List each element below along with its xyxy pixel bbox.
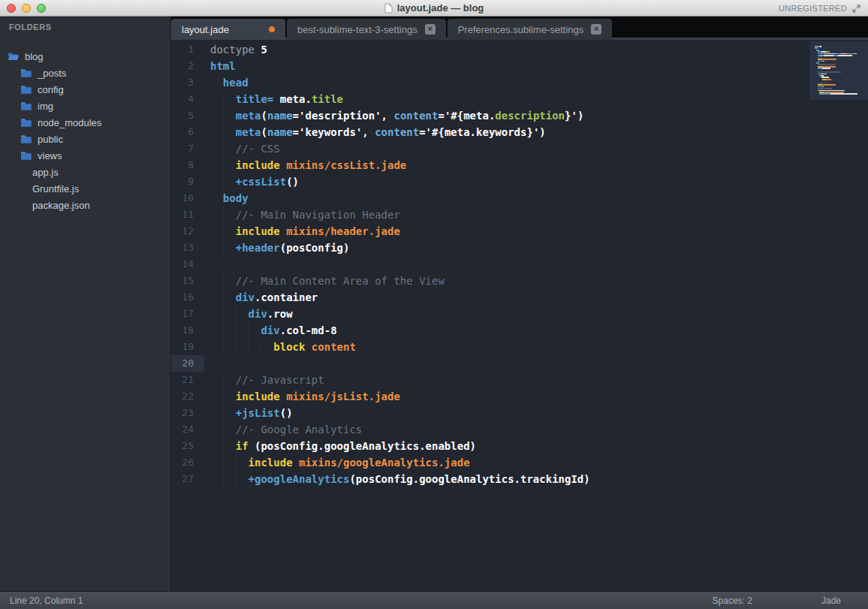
minimap-bar (847, 53, 854, 55)
line-number[interactable]: 2 (171, 58, 194, 74)
line-number[interactable]: 8 (171, 157, 194, 173)
line-number[interactable]: 9 (171, 173, 194, 190)
tab-best-sublime-text-3-settings[interactable]: best-sublime-text-3-settings× (287, 19, 446, 40)
code-line[interactable]: 24 //- Google Analytics (171, 421, 868, 438)
code-line[interactable]: 17 div.row (171, 306, 868, 322)
line-number[interactable]: 15 (171, 273, 194, 289)
code-line[interactable]: 26 include mixins/googleAnalytics.jade (171, 454, 868, 471)
line-number[interactable]: 4 (171, 91, 194, 107)
code-line[interactable]: 5 meta(name='description', content='#{me… (171, 107, 868, 124)
code-line[interactable]: 22 include mixins/jsList.jade (171, 388, 868, 405)
line-number[interactable]: 18 (171, 322, 194, 339)
modified-dot-icon[interactable] (269, 26, 275, 32)
sidebar-item-app.js[interactable]: app.js (0, 164, 170, 180)
tab-close-icon[interactable]: × (425, 24, 436, 35)
sidebar-item-package.json[interactable]: package.json (0, 197, 170, 213)
syntax-setting[interactable]: Jade (821, 595, 841, 606)
minimap-bar (819, 92, 824, 93)
code-line[interactable]: 8 include mixins/cssList.jade (171, 157, 868, 173)
folder-icon (20, 101, 32, 111)
code-line[interactable]: 2html (171, 58, 868, 74)
sidebar-item-blog[interactable]: blog (0, 48, 170, 65)
minimap-bar (824, 55, 833, 56)
code-editor[interactable]: 1doctype 52html3 head4 title= meta.title… (171, 40, 868, 591)
line-number[interactable]: 17 (171, 306, 194, 322)
close-window-button[interactable] (7, 4, 16, 13)
line-number[interactable]: 10 (171, 190, 194, 207)
code-line[interactable]: 13 +header(posConfig) (171, 240, 868, 256)
tab-layout.jade[interactable]: layout.jade (171, 19, 285, 40)
sidebar-item-label: Gruntfile.js (32, 183, 79, 194)
code-line-text: html (210, 58, 236, 74)
line-number[interactable]: 19 (171, 339, 194, 355)
tab-Preferences.sublime-settings[interactable]: Preferences.sublime-settings× (448, 19, 613, 40)
code-line[interactable]: 23 +jsList() (171, 405, 868, 421)
line-number[interactable]: 23 (171, 405, 194, 421)
code-line[interactable]: 3 head (171, 74, 868, 91)
line-number[interactable]: 12 (171, 223, 194, 240)
line-number[interactable]: 1 (171, 41, 194, 58)
line-number[interactable]: 7 (171, 140, 194, 157)
code-line[interactable]: 16 div.container (171, 289, 868, 306)
line-number[interactable]: 27 (171, 471, 194, 487)
code-line[interactable]: 6 meta(name='keywords', content='#{meta.… (171, 124, 868, 140)
code-line[interactable]: 19 block content (171, 339, 868, 355)
code-line[interactable]: 7 //- CSS (171, 140, 868, 157)
code-line[interactable]: 18 div.col-md-8 (171, 322, 868, 339)
line-number[interactable]: 11 (171, 207, 194, 223)
code-line[interactable]: 11 //- Main Navigation Header (171, 207, 868, 223)
line-number[interactable]: 25 (171, 438, 194, 454)
line-number[interactable]: 13 (171, 240, 194, 256)
line-number[interactable]: 6 (171, 124, 194, 140)
code-line[interactable]: 1doctype 5 (171, 41, 868, 58)
line-number[interactable]: 3 (171, 74, 194, 91)
sidebar-item-label: public (38, 134, 63, 145)
token-blue: +cssList (210, 176, 286, 188)
code-line[interactable]: 15 //- Main Content Area of the View (171, 273, 868, 289)
code-line[interactable]: 14 (171, 256, 868, 273)
sidebar-item-node_modules[interactable]: node_modules (0, 114, 170, 131)
tab-close-icon[interactable]: × (591, 24, 601, 35)
fullscreen-icon[interactable] (852, 5, 860, 13)
sidebar-item-label: views (38, 150, 62, 161)
line-number[interactable]: 16 (171, 289, 194, 306)
file-spacer (20, 167, 27, 177)
code-line[interactable]: 21 //- Javascript (171, 372, 868, 388)
line-number[interactable]: 26 (171, 454, 194, 471)
line-number[interactable]: 20 (171, 355, 204, 372)
sidebar-item-img[interactable]: img (0, 98, 170, 114)
code-line[interactable]: 27 +googleAnalytics(posConfig.googleAnal… (171, 471, 868, 487)
token-blue: meta (210, 126, 261, 138)
token-blue: +googleAnalytics (210, 473, 349, 485)
token-blue: title= (210, 93, 273, 105)
code-line[interactable]: 10 body (171, 190, 868, 207)
sidebar-item-Gruntfile.js[interactable]: Gruntfile.js (0, 180, 170, 197)
sidebar-item-views[interactable]: views (0, 147, 170, 164)
minimap-line (815, 93, 866, 95)
code-line[interactable]: 4 title= meta.title (171, 91, 868, 107)
minimap[interactable] (809, 41, 868, 100)
code-line[interactable]: 9 +cssList() (171, 173, 868, 190)
minimize-window-button[interactable] (22, 4, 31, 13)
zoom-window-button[interactable] (37, 4, 46, 13)
code-line[interactable]: 20 (171, 355, 868, 372)
line-number[interactable]: 5 (171, 107, 194, 124)
file-spacer (20, 200, 27, 210)
line-number[interactable]: 22 (171, 388, 194, 405)
sidebar-item-_posts[interactable]: _posts (0, 65, 170, 81)
line-number[interactable]: 14 (171, 256, 194, 273)
token-gray: doctype (210, 44, 255, 56)
sidebar-item-public[interactable]: public (0, 131, 170, 147)
code-line[interactable]: 12 include mixins/header.jade (171, 223, 868, 240)
token-comment: //- Javascript (210, 374, 324, 386)
minimap-bar (822, 68, 830, 69)
token-orange: content (305, 341, 355, 353)
token-yellow: include (210, 225, 280, 237)
code-line[interactable]: 25 if (posConfig.googleAnalytics.enabled… (171, 438, 868, 454)
minimap-bar (818, 66, 823, 68)
line-number[interactable]: 21 (171, 372, 194, 388)
token-white: }') (565, 110, 583, 122)
line-number[interactable]: 24 (171, 421, 194, 438)
sidebar-item-config[interactable]: config (0, 81, 170, 98)
indentation-setting[interactable]: Spaces: 2 (713, 595, 752, 606)
